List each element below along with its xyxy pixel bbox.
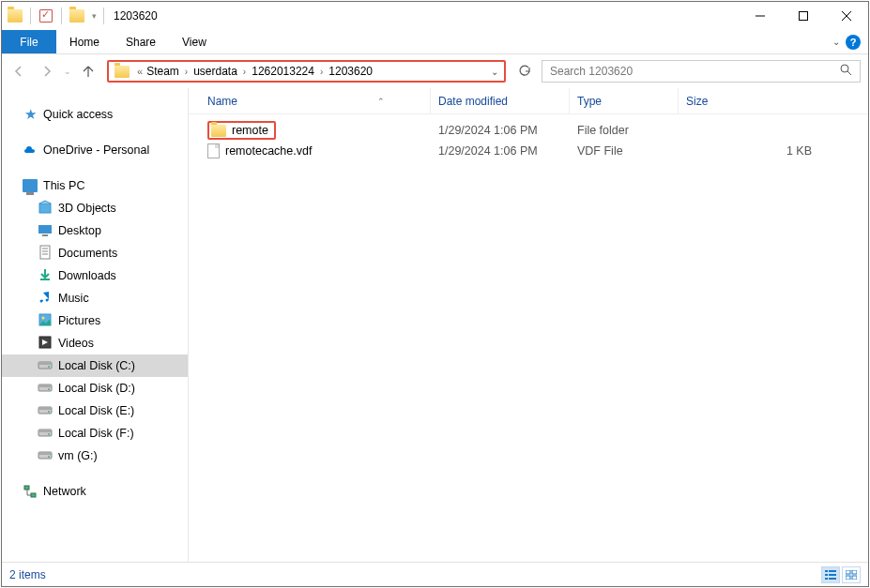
breadcrumb-segment[interactable]: userdata [193,65,237,78]
chevron-right-icon[interactable]: › [185,67,188,77]
column-date[interactable]: Date modified [431,88,570,113]
help-icon[interactable]: ? [846,35,861,50]
sidebar-label: Local Disk (E:) [58,404,134,417]
svg-point-25 [48,411,50,413]
recent-dropdown[interactable]: ⌄ [64,67,71,76]
sidebar-item[interactable]: Desktop [2,219,188,242]
drive-icon [38,222,53,240]
details-view-button[interactable] [821,566,840,583]
sidebar-item-onedrive[interactable]: OneDrive - Personal [2,139,188,161]
svg-rect-9 [40,246,50,259]
folder-icon [211,125,226,137]
view-tab[interactable]: View [169,30,220,53]
location-icon [114,66,130,78]
sidebar-item[interactable]: Music [2,287,188,309]
svg-rect-21 [38,384,52,387]
file-name: remote [232,124,268,137]
minimize-button[interactable] [739,2,782,30]
svg-rect-42 [846,576,850,580]
sidebar-item-network[interactable]: Network [2,480,188,503]
file-row[interactable]: remote1/29/2024 1:06 PMFile folder [189,120,868,141]
up-button[interactable] [75,60,101,83]
sidebar-item[interactable]: Pictures [2,309,188,332]
svg-rect-18 [38,362,52,365]
svg-rect-43 [852,576,857,580]
sidebar-label: Local Disk (F:) [58,427,134,440]
file-row[interactable]: remotecache.vdf1/29/2024 1:06 PMVDF File… [189,141,868,161]
address-bar[interactable]: « Steam › userdata › 1262013224 › 120362… [107,60,506,83]
column-name[interactable]: Name⌃ [189,88,431,113]
properties-qat-icon[interactable] [35,5,57,27]
drive-icon [38,290,53,308]
sidebar-item-this-pc[interactable]: This PC [2,174,188,197]
breadcrumb-segment[interactable]: 1203620 [328,65,373,78]
file-tab[interactable]: File [2,30,56,53]
navigation-bar: ⌄ « Steam › userdata › 1262013224 › 1203… [2,54,868,88]
star-icon: ★ [23,107,38,122]
navigation-pane: ★Quick access OneDrive - Personal This P… [2,88,188,562]
column-type[interactable]: Type [570,88,679,113]
sidebar-item[interactable]: 3D Objects [2,197,188,219]
sidebar-item[interactable]: Local Disk (D:) [2,377,188,400]
sidebar-label: Pictures [58,314,100,327]
svg-rect-27 [38,430,52,432]
drive-icon [38,447,53,465]
back-button[interactable] [6,60,32,83]
svg-point-4 [841,65,848,72]
address-dropdown-icon[interactable]: ⌄ [487,67,502,77]
content-pane: Name⌃ Date modified Type Size remote1/29… [188,88,868,562]
svg-rect-37 [829,574,836,576]
svg-point-15 [42,316,45,319]
chevron-right-icon[interactable]: › [320,67,323,77]
refresh-button[interactable] [513,60,536,83]
file-icon [207,143,220,158]
drive-icon [38,312,53,330]
sidebar-label: Local Disk (C:) [58,359,135,372]
sidebar-item[interactable]: Videos [2,332,188,354]
sidebar-item-quick-access[interactable]: ★Quick access [2,103,188,126]
breadcrumb-segment[interactable]: Steam [146,65,179,78]
svg-rect-7 [38,225,52,234]
sidebar-label: Music [58,292,89,305]
home-tab[interactable]: Home [56,30,113,53]
search-icon[interactable] [840,64,852,79]
sidebar-label: This PC [43,179,84,192]
search-placeholder: Search 1203620 [550,65,633,78]
drive-icon [38,357,53,375]
close-button[interactable] [825,2,868,30]
file-list[interactable]: remote1/29/2024 1:06 PMFile folderremote… [189,114,868,161]
drive-icon [38,425,53,443]
explorer-window: ▾ 1203620 File Home Share View ⌄ ? ⌄ « S… [1,1,869,587]
sidebar-item[interactable]: Documents [2,242,188,264]
chevron-right-icon[interactable]: › [243,67,246,77]
share-tab[interactable]: Share [113,30,169,53]
column-size[interactable]: Size [679,88,868,113]
svg-point-22 [48,388,50,390]
maximize-button[interactable] [782,2,825,30]
search-input[interactable]: Search 1203620 [542,60,861,83]
forward-button[interactable] [34,60,60,83]
svg-rect-38 [825,578,828,580]
icons-view-button[interactable] [842,566,861,583]
svg-rect-24 [38,407,52,410]
svg-rect-40 [846,570,850,574]
sidebar-item[interactable]: Local Disk (C:) [2,354,188,377]
ribbon-tabs: File Home Share View ⌄ ? [2,30,868,54]
sidebar-item[interactable]: vm (G:) [2,445,188,467]
chevron-left-icon[interactable]: « [137,66,143,77]
drive-icon [38,402,53,420]
pc-icon [23,179,38,192]
sidebar-label: 3D Objects [58,202,116,215]
titlebar: ▾ 1203620 [2,2,868,30]
folder-qat-icon[interactable] [66,5,88,27]
breadcrumb-segment[interactable]: 1262013224 [252,65,314,78]
svg-point-31 [48,456,50,458]
sidebar-item[interactable]: Downloads [2,264,188,287]
highlighted-item: remote [207,121,276,140]
svg-rect-39 [829,578,836,580]
sidebar-item[interactable]: Local Disk (F:) [2,422,188,445]
quick-access-toolbar: ▾ [4,5,99,27]
sidebar-item[interactable]: Local Disk (E:) [2,400,188,422]
qat-dropdown[interactable]: ▾ [88,5,99,27]
ribbon-collapse-icon[interactable]: ⌄ [832,37,840,47]
